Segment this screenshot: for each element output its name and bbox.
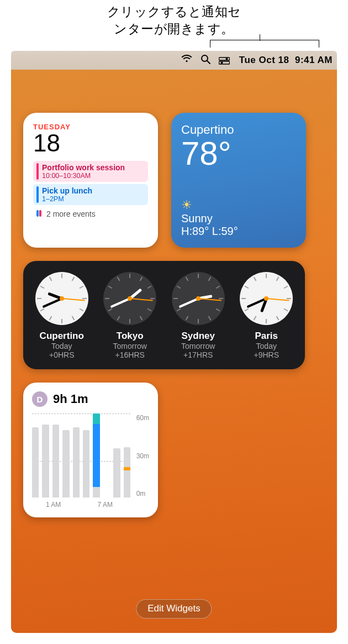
calendar-more-dots-icon xyxy=(36,210,42,218)
screentime-widget[interactable]: D 9h 1m 60m 30m 0m 1 AM 7 AM xyxy=(23,383,158,517)
menubar-datetime[interactable]: Tue Oct 18 9:41 AM xyxy=(239,55,333,66)
annotation-line2: ンターが開きます。 xyxy=(0,20,348,38)
screentime-ytick: 60m xyxy=(136,413,149,422)
screentime-bar xyxy=(52,425,59,498)
world-clock-widget[interactable]: CupertinoToday+0HRSTokyoTomorrow+16HRSSy… xyxy=(23,261,305,369)
clock-offset: +16HRS xyxy=(96,350,164,359)
control-center-icon[interactable] xyxy=(218,55,230,66)
screentime-ytick: 0m xyxy=(136,489,149,498)
clock-city: Cupertino xyxy=(28,331,96,342)
screentime-ytick: 30m xyxy=(136,452,149,460)
screentime-badge: D xyxy=(32,391,48,407)
clock-day: Tomorrow xyxy=(96,342,164,350)
clock-city: Paris xyxy=(233,331,300,342)
event-stripe xyxy=(36,163,39,180)
svg-point-3 xyxy=(225,57,228,60)
screentime-xtick: 1 AM xyxy=(46,501,61,509)
annotation-callout: クリックすると通知セ ンターが開きます。 xyxy=(0,3,348,38)
clock-day: Today xyxy=(233,342,300,350)
edit-widgets-button[interactable]: Edit Widgets xyxy=(136,599,212,619)
clock-face xyxy=(35,272,88,325)
calendar-event: Pick up lunch 1–2PM xyxy=(33,184,148,205)
svg-line-1 xyxy=(207,61,210,64)
weather-temp: 78° xyxy=(181,137,296,170)
screentime-bar xyxy=(93,413,99,498)
event-time: 10:00–10:30AM xyxy=(42,172,125,180)
world-clock-item: CupertinoToday+0HRS xyxy=(28,272,96,359)
world-clock-item: TokyoTomorrow+16HRS xyxy=(96,272,164,359)
calendar-more-label: 2 more events xyxy=(46,210,96,218)
spotlight-icon[interactable] xyxy=(199,54,212,67)
world-clock-item: ParisToday+9HRS xyxy=(233,272,300,359)
screentime-total: 9h 1m xyxy=(53,392,88,406)
event-title: Portfolio work session xyxy=(42,163,125,172)
menu-bar: Tue Oct 18 9:41 AM xyxy=(11,51,337,70)
weather-hilo: H:89° L:59° xyxy=(181,225,296,238)
weather-condition: Sunny xyxy=(181,212,296,225)
world-clock-item: SydneyTomorrow+17HRS xyxy=(165,272,232,359)
event-title: Pick up lunch xyxy=(42,186,92,195)
event-time: 1–2PM xyxy=(42,195,92,203)
screentime-bar xyxy=(73,427,80,498)
calendar-daynum: 18 xyxy=(33,131,148,155)
screentime-bar xyxy=(113,448,120,498)
annotation-line1: クリックすると通知セ xyxy=(0,3,348,20)
weather-widget[interactable]: Cupertino 78° ☀︎ Sunny H:89° L:59° xyxy=(171,113,306,248)
clock-day: Today xyxy=(28,342,96,350)
svg-rect-2 xyxy=(219,57,230,60)
clock-offset: +0HRS xyxy=(28,350,96,359)
notification-center-panel: TUESDAY 18 Portfolio work session 10:00–… xyxy=(11,70,337,633)
screentime-bar xyxy=(32,427,39,498)
menubar-time: 9:41 AM xyxy=(295,55,333,65)
wifi-icon[interactable] xyxy=(181,55,193,66)
screentime-bar xyxy=(42,425,49,498)
svg-point-5 xyxy=(220,61,223,64)
clock-face xyxy=(172,272,225,325)
annotation-bracket xyxy=(210,40,319,48)
clock-day: Tomorrow xyxy=(165,342,232,350)
clock-city: Tokyo xyxy=(96,331,164,342)
menubar-date: Tue Oct 18 xyxy=(239,55,289,65)
svg-rect-4 xyxy=(219,61,230,64)
clock-offset: +17HRS xyxy=(165,350,232,359)
clock-offset: +9HRS xyxy=(233,350,300,359)
calendar-widget[interactable]: TUESDAY 18 Portfolio work session 10:00–… xyxy=(23,113,158,248)
clock-city: Sydney xyxy=(165,331,232,342)
calendar-event: Portfolio work session 10:00–10:30AM xyxy=(33,161,148,182)
clock-face xyxy=(240,272,293,325)
screentime-bar xyxy=(62,430,69,498)
screentime-bar xyxy=(83,430,89,498)
calendar-more-row: 2 more events xyxy=(33,207,148,221)
clock-face xyxy=(103,272,156,325)
event-stripe xyxy=(36,186,39,203)
screentime-xtick: 7 AM xyxy=(98,501,113,509)
screentime-bar xyxy=(124,447,130,498)
sun-icon: ☀︎ xyxy=(181,198,296,212)
screentime-chart: 60m 30m 0m 1 AM 7 AM xyxy=(32,413,149,509)
